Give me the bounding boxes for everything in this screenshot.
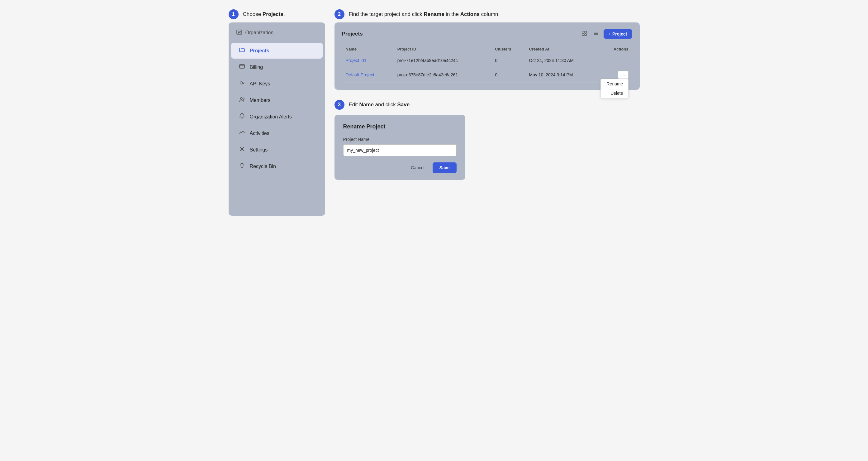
actions-dropdown: ··· Rename Delete (618, 71, 628, 79)
svg-point-7 (241, 97, 242, 99)
sidebar-item-label-members: Members (250, 97, 271, 103)
rename-dialog-footer: Cancel Save (343, 163, 457, 173)
page: 1 Choose Projects. 2 Find the target pro… (216, 0, 652, 225)
projects-title: Projects (342, 31, 363, 37)
sidebar-item-billing[interactable]: Billing (231, 59, 323, 75)
step2-text: Find the target project and click Rename… (349, 11, 500, 18)
org-icon (236, 29, 242, 36)
project-id-1: proj-71e12bf4ab9ead10e4c24c (394, 54, 492, 67)
step3-section: 3 Edit Name and click Save. Rename Proje… (335, 100, 640, 180)
sidebar-item-org-alerts[interactable]: Organization Alerts (231, 109, 323, 125)
step1-number: 1 (228, 9, 239, 19)
sidebar-item-label-projects: Projects (250, 48, 270, 54)
svg-rect-5 (241, 67, 242, 67)
rename-dialog: Rename Project Project Name Cancel Save (335, 115, 465, 180)
sidebar-org: Organization (228, 29, 325, 42)
list-view-btn[interactable] (592, 30, 600, 38)
table-body: Project_01 proj-71e12bf4ab9ead10e4c24c 0… (342, 54, 632, 83)
step3-bold1: Name (360, 102, 374, 108)
col-created-at: Created At (525, 44, 600, 54)
step1-heading: 1 Choose Projects. (228, 9, 325, 19)
main-content: Organization Projects (228, 23, 640, 216)
actions-1 (600, 54, 632, 67)
members-icon (239, 96, 245, 104)
rename-menu-item[interactable]: Rename (601, 79, 628, 88)
folder-icon (239, 47, 245, 55)
svg-rect-9 (582, 31, 584, 33)
activity-icon (239, 129, 245, 137)
svg-rect-3 (240, 31, 241, 32)
sidebar-item-label-activities: Activities (250, 131, 270, 136)
bell-icon (239, 113, 245, 121)
svg-rect-0 (237, 30, 242, 34)
sidebar-item-activities[interactable]: Activities (231, 125, 323, 141)
right-content: Projects (335, 23, 640, 180)
svg-rect-11 (582, 34, 584, 35)
billing-icon (239, 63, 245, 71)
sidebar-org-label: Organization (245, 30, 274, 35)
svg-rect-4 (240, 64, 245, 68)
project-name-input[interactable] (343, 144, 457, 156)
cancel-button[interactable]: Cancel (406, 163, 429, 173)
sidebar: Organization Projects (228, 23, 325, 216)
projects-header-actions: + Project (580, 29, 632, 39)
svg-rect-10 (585, 31, 586, 33)
step2-heading-col: 2 Find the target project and click Rena… (335, 9, 640, 19)
step1-bold: Projects (262, 11, 283, 17)
sidebar-item-label-settings: Settings (250, 147, 268, 153)
table-row: Default Project proj-e375e87dfe2c8a42e6a… (342, 67, 632, 83)
sidebar-item-recycle-bin[interactable]: Recycle Bin (231, 159, 323, 174)
projects-card: Projects (335, 23, 640, 90)
table-row: Project_01 proj-71e12bf4ab9ead10e4c24c 0… (342, 54, 632, 67)
step1-text: Choose Projects. (243, 11, 285, 18)
sidebar-item-settings[interactable]: Settings (231, 142, 323, 158)
delete-menu-item[interactable]: Delete (601, 88, 628, 98)
actions-menu-button[interactable]: ··· (618, 71, 628, 79)
rename-dialog-title: Rename Project (343, 123, 457, 130)
trash-icon (239, 163, 245, 170)
save-button[interactable]: Save (433, 163, 457, 173)
clusters-2: 0 (492, 67, 525, 83)
project-id-2: proj-e375e87dfe2c8a42e6a261 (394, 67, 492, 83)
step2-bold2: Actions (460, 11, 479, 17)
sidebar-item-api-keys[interactable]: API Keys (231, 76, 323, 92)
sidebar-item-label-recycle-bin: Recycle Bin (250, 164, 276, 169)
settings-icon (239, 146, 245, 154)
created-at-1: Oct 24, 2024 11:30 AM (525, 54, 600, 67)
projects-table: Name Project ID Clusters Created At Acti… (342, 44, 632, 83)
sidebar-item-label-api-keys: API Keys (250, 81, 270, 87)
svg-point-8 (241, 148, 243, 150)
projects-header: Projects (342, 29, 632, 39)
created-at-2: May 10, 2024 3:14 PM (525, 67, 600, 83)
step2-bold1: Rename (424, 11, 444, 17)
step3-bold2: Save (397, 102, 409, 108)
project-name-2[interactable]: Default Project (342, 67, 394, 83)
key-icon (239, 80, 245, 88)
svg-rect-2 (239, 31, 240, 32)
top-steps-row: 1 Choose Projects. 2 Find the target pro… (228, 9, 640, 19)
step3-number: 3 (335, 100, 344, 110)
col-project-id: Project ID (394, 44, 492, 54)
step3-text: Edit Name and click Save. (349, 102, 411, 108)
step2-number: 2 (335, 9, 344, 19)
sidebar-item-members[interactable]: Members (231, 92, 323, 108)
step2-heading: 2 Find the target project and click Rena… (335, 9, 640, 19)
step3-heading: 3 Edit Name and click Save. (335, 100, 640, 110)
svg-rect-12 (585, 34, 586, 35)
table-header: Name Project ID Clusters Created At Acti… (342, 44, 632, 54)
grid-view-btn[interactable] (580, 30, 589, 38)
col-name: Name (342, 44, 394, 54)
svg-rect-1 (238, 31, 239, 32)
sidebar-item-label-org-alerts: Organization Alerts (250, 114, 292, 120)
actions-2: ··· Rename Delete (600, 67, 632, 83)
clusters-1: 0 (492, 54, 525, 67)
actions-dropdown-menu: Rename Delete (600, 79, 628, 98)
col-clusters: Clusters (492, 44, 525, 54)
sidebar-item-label-billing: Billing (250, 64, 263, 70)
project-name-1[interactable]: Project_01 (342, 54, 394, 67)
sidebar-item-projects[interactable]: Projects (231, 43, 323, 59)
rename-dialog-label: Project Name (343, 137, 457, 142)
step1-heading-col: 1 Choose Projects. (228, 9, 325, 19)
col-actions: Actions (600, 44, 632, 54)
add-project-button[interactable]: + Project (603, 29, 632, 39)
